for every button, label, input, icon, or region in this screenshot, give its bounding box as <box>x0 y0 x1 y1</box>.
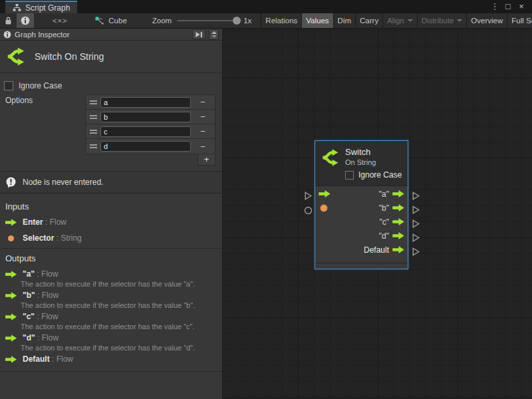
graph-icon <box>13 4 21 11</box>
distribute-dropdown[interactable]: Distribute <box>417 13 467 28</box>
option-row: − <box>86 124 215 139</box>
option-row: − <box>86 95 215 110</box>
output-flow-port[interactable] <box>392 232 404 239</box>
code-view-button[interactable]: <×> <box>49 13 71 28</box>
output-port-label: "a" <box>379 190 392 199</box>
separator: : <box>50 354 57 364</box>
remove-option-button[interactable]: − <box>191 97 215 107</box>
switch-on-string-node[interactable]: Switch On String Ignore Case "a" <box>315 140 408 269</box>
distribute-label: Distribute <box>422 17 454 25</box>
zoom-control: Zoom 1x <box>152 13 252 28</box>
option-input[interactable] <box>100 97 191 108</box>
close-icon[interactable]: × <box>516 1 527 13</box>
output-flow-port[interactable] <box>392 246 404 253</box>
graph-inspector-panel: Graph Inspector Switch On String <box>0 29 223 399</box>
tab-script-graph[interactable]: Script Graph <box>5 1 77 13</box>
inspected-node-title-block: Switch On String <box>0 41 222 73</box>
output-desc: The action to execute if the selector ha… <box>21 280 222 288</box>
zoom-slider[interactable] <box>177 20 238 21</box>
graph-canvas[interactable]: Switch On String Ignore Case "a" <box>223 29 532 399</box>
output-entry-default: Default : Flow <box>5 354 222 364</box>
input-type: String <box>61 233 81 243</box>
drag-handle[interactable] <box>86 144 100 148</box>
node-header: Switch On String Ignore Case <box>315 141 408 186</box>
output-type: Flow <box>57 354 73 364</box>
missing-flow-input-indicator <box>304 192 313 200</box>
graph-window-toolbar: <×> Cube Zoom 1x Relations Values Dim Ca… <box>0 13 532 29</box>
output-name: "d" <box>23 333 35 342</box>
inspected-node-title: Switch On String <box>35 51 104 62</box>
enter-flow-port[interactable] <box>319 190 331 198</box>
option-input[interactable] <box>100 126 191 137</box>
zoom-slider-thumb[interactable] <box>233 17 241 25</box>
dock-button[interactable] <box>192 29 205 39</box>
graph-inspector-header: Graph Inspector <box>0 29 222 41</box>
output-flow-port[interactable] <box>392 204 404 211</box>
unconnected-output-indicator <box>412 219 420 228</box>
option-input[interactable] <box>100 112 191 122</box>
overview-button[interactable]: Overview <box>466 13 507 28</box>
outputs-heading: Outputs <box>5 253 222 263</box>
flow-arrow-icon <box>5 334 17 342</box>
dock-icon <box>195 31 203 38</box>
flow-arrow-icon <box>5 356 17 363</box>
unconnected-output-indicator <box>412 233 420 242</box>
info-icon <box>3 31 11 39</box>
node-ignore-case-label: Ignore Case <box>358 170 402 180</box>
option-input[interactable] <box>100 141 191 152</box>
output-name: "b" <box>23 291 35 300</box>
flow-arrow-icon <box>5 292 17 299</box>
separator: : <box>35 333 42 342</box>
section-divider <box>0 371 222 372</box>
drag-handle[interactable] <box>86 130 100 134</box>
output-type: Flow <box>41 269 58 279</box>
output-desc: The action to execute if the selector ha… <box>21 301 222 309</box>
ignore-case-checkbox[interactable] <box>4 81 13 90</box>
inspector-toggle-button[interactable] <box>17 13 34 28</box>
align-dropdown[interactable]: Align <box>382 13 417 28</box>
relations-button[interactable]: Relations <box>261 13 301 28</box>
unconnected-output-indicator <box>412 205 420 214</box>
inputs-heading: Inputs <box>5 201 222 211</box>
input-name: Selector <box>23 233 54 243</box>
node-ignore-case-checkbox[interactable] <box>345 171 354 180</box>
graph-breadcrumb[interactable]: Cube <box>91 13 131 28</box>
window-controls: ⋮ □ × <box>489 0 532 13</box>
add-option-button[interactable]: + <box>198 154 215 166</box>
spinner-up-icon <box>211 31 217 34</box>
lock-icon <box>4 16 13 25</box>
output-flow-port[interactable] <box>392 218 404 225</box>
align-label: Align <box>387 17 404 25</box>
node-ignore-case-row: Ignore Case <box>345 170 402 180</box>
drag-handle[interactable] <box>86 115 100 119</box>
values-button[interactable]: Values <box>301 13 332 28</box>
maximize-icon[interactable]: □ <box>503 1 513 13</box>
output-port-label: "b" <box>379 203 392 213</box>
remove-option-button[interactable]: − <box>191 112 215 122</box>
output-entry: "c" : Flow <box>5 311 222 322</box>
node-footer <box>315 263 408 269</box>
output-name: "a" <box>23 269 35 279</box>
title-bar: Script Graph ⋮ □ × <box>0 0 532 13</box>
output-flow-port[interactable] <box>392 190 404 198</box>
drag-handle[interactable] <box>86 100 100 104</box>
carry-button[interactable]: Carry <box>355 13 382 28</box>
lock-button[interactable] <box>0 13 17 28</box>
output-entry: "a" : Flow <box>5 269 222 279</box>
remove-option-button[interactable]: − <box>191 142 215 152</box>
port-row: Default <box>315 243 408 257</box>
separator: : <box>54 233 61 243</box>
separator: : <box>35 312 41 321</box>
flow-arrow-icon <box>5 219 17 226</box>
remove-option-button[interactable]: − <box>191 126 215 136</box>
options-label: Options <box>5 94 33 166</box>
selector-string-port[interactable] <box>321 205 327 211</box>
spinner-control[interactable] <box>209 29 219 40</box>
dim-button[interactable]: Dim <box>333 13 355 28</box>
unconnected-output-indicator <box>412 192 420 200</box>
input-entry-selector: Selector : String <box>5 233 222 243</box>
menu-icon[interactable]: ⋮ <box>489 1 500 13</box>
switch-icon <box>6 46 26 67</box>
fullscreen-button[interactable]: Full Screen <box>507 13 532 28</box>
input-entry-enter: Enter : Flow <box>5 217 222 227</box>
